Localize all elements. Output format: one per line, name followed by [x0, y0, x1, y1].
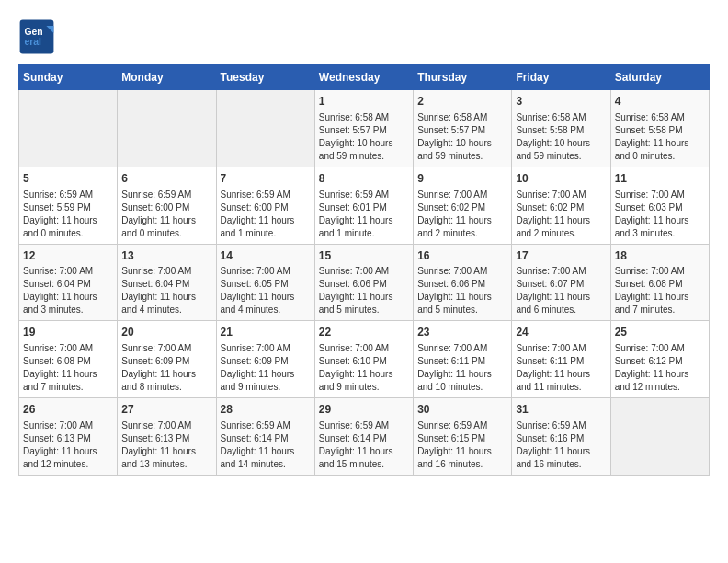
calendar-cell: 1Sunrise: 6:58 AMSunset: 5:57 PMDaylight… [314, 90, 413, 167]
calendar-cell: 13Sunrise: 7:00 AMSunset: 6:04 PMDayligh… [118, 244, 216, 321]
calendar-cell: 14Sunrise: 7:00 AMSunset: 6:05 PMDayligh… [216, 244, 314, 321]
calendar-cell: 24Sunrise: 7:00 AMSunset: 6:11 PMDayligh… [512, 321, 610, 398]
calendar-cell: 10Sunrise: 7:00 AMSunset: 6:02 PMDayligh… [512, 167, 610, 244]
day-number: 22 [319, 325, 409, 340]
calendar-cell: 18Sunrise: 7:00 AMSunset: 6:08 PMDayligh… [610, 244, 709, 321]
day-number: 3 [516, 94, 606, 109]
day-number: 6 [121, 171, 211, 187]
day-number: 18 [615, 248, 705, 264]
logo: Gen eral [18, 18, 59, 55]
day-info: Sunrise: 7:00 AMSunset: 6:11 PMDaylight:… [516, 342, 606, 394]
calendar-cell: 29Sunrise: 6:59 AMSunset: 6:14 PMDayligh… [314, 398, 413, 476]
week-row-5: 26Sunrise: 7:00 AMSunset: 6:13 PMDayligh… [19, 398, 710, 476]
week-row-4: 19Sunrise: 7:00 AMSunset: 6:08 PMDayligh… [19, 321, 710, 398]
day-number: 7 [221, 171, 311, 187]
weekday-header-thursday: Thursday [414, 65, 512, 90]
week-row-2: 5Sunrise: 6:59 AMSunset: 5:59 PMDaylight… [19, 167, 710, 244]
day-number: 30 [417, 402, 507, 418]
day-info: Sunrise: 6:59 AMSunset: 6:00 PMDaylight:… [121, 189, 211, 240]
day-info: Sunrise: 7:00 AMSunset: 6:06 PMDaylight:… [319, 265, 409, 316]
day-number: 9 [417, 171, 507, 187]
calendar-cell: 17Sunrise: 7:00 AMSunset: 6:07 PMDayligh… [512, 244, 610, 321]
day-info: Sunrise: 7:00 AMSunset: 6:11 PMDaylight:… [417, 342, 507, 394]
calendar-cell: 21Sunrise: 7:00 AMSunset: 6:09 PMDayligh… [216, 321, 314, 398]
calendar-cell: 12Sunrise: 7:00 AMSunset: 6:04 PMDayligh… [19, 244, 118, 321]
day-number: 2 [417, 94, 507, 109]
day-number: 15 [319, 248, 409, 264]
calendar-cell: 19Sunrise: 7:00 AMSunset: 6:08 PMDayligh… [19, 321, 118, 398]
day-number: 17 [516, 248, 606, 264]
calendar-cell: 15Sunrise: 7:00 AMSunset: 6:06 PMDayligh… [314, 244, 413, 321]
day-info: Sunrise: 6:59 AMSunset: 6:15 PMDaylight:… [417, 419, 507, 471]
calendar-cell: 27Sunrise: 7:00 AMSunset: 6:13 PMDayligh… [118, 398, 216, 476]
day-number: 23 [417, 325, 507, 340]
day-info: Sunrise: 6:58 AMSunset: 5:57 PMDaylight:… [319, 111, 409, 163]
calendar-cell [610, 398, 709, 476]
weekday-header-row: SundayMondayTuesdayWednesdayThursdayFrid… [19, 65, 710, 90]
calendar-cell: 6Sunrise: 6:59 AMSunset: 6:00 PMDaylight… [118, 167, 216, 244]
weekday-header-tuesday: Tuesday [216, 65, 314, 90]
day-info: Sunrise: 7:00 AMSunset: 6:13 PMDaylight:… [23, 419, 113, 471]
day-number: 5 [23, 171, 113, 187]
calendar-cell: 28Sunrise: 6:59 AMSunset: 6:14 PMDayligh… [216, 398, 314, 476]
calendar-cell: 23Sunrise: 7:00 AMSunset: 6:11 PMDayligh… [414, 321, 512, 398]
day-number: 25 [615, 325, 705, 340]
calendar-cell: 3Sunrise: 6:58 AMSunset: 5:58 PMDaylight… [512, 90, 610, 167]
day-info: Sunrise: 7:00 AMSunset: 6:06 PMDaylight:… [417, 265, 507, 316]
weekday-header-friday: Friday [512, 65, 610, 90]
day-number: 26 [23, 402, 113, 418]
day-info: Sunrise: 6:58 AMSunset: 5:58 PMDaylight:… [516, 111, 606, 163]
week-row-1: 1Sunrise: 6:58 AMSunset: 5:57 PMDaylight… [19, 90, 710, 167]
calendar-cell [19, 90, 118, 167]
day-info: Sunrise: 7:00 AMSunset: 6:02 PMDaylight:… [417, 189, 507, 240]
svg-text:eral: eral [24, 37, 41, 47]
day-info: Sunrise: 6:59 AMSunset: 6:14 PMDaylight:… [319, 419, 409, 471]
day-info: Sunrise: 7:00 AMSunset: 6:12 PMDaylight:… [615, 342, 705, 394]
day-info: Sunrise: 6:58 AMSunset: 5:57 PMDaylight:… [417, 111, 507, 163]
calendar-cell: 20Sunrise: 7:00 AMSunset: 6:09 PMDayligh… [118, 321, 216, 398]
day-number: 31 [516, 402, 606, 418]
day-number: 29 [319, 402, 409, 418]
day-info: Sunrise: 7:00 AMSunset: 6:08 PMDaylight:… [23, 342, 113, 394]
calendar-cell: 26Sunrise: 7:00 AMSunset: 6:13 PMDayligh… [19, 398, 118, 476]
week-row-3: 12Sunrise: 7:00 AMSunset: 6:04 PMDayligh… [19, 244, 710, 321]
day-info: Sunrise: 7:00 AMSunset: 6:02 PMDaylight:… [516, 189, 606, 240]
day-number: 11 [615, 171, 705, 187]
calendar-cell: 2Sunrise: 6:58 AMSunset: 5:57 PMDaylight… [414, 90, 512, 167]
day-number: 24 [516, 325, 606, 340]
day-info: Sunrise: 7:00 AMSunset: 6:07 PMDaylight:… [516, 265, 606, 316]
day-info: Sunrise: 6:59 AMSunset: 6:16 PMDaylight:… [516, 419, 606, 471]
day-number: 8 [319, 171, 409, 187]
day-number: 12 [23, 248, 113, 264]
calendar-table: SundayMondayTuesdayWednesdayThursdayFrid… [18, 64, 710, 476]
calendar-cell: 5Sunrise: 6:59 AMSunset: 5:59 PMDaylight… [19, 167, 118, 244]
day-number: 1 [319, 94, 409, 109]
day-info: Sunrise: 7:00 AMSunset: 6:04 PMDaylight:… [121, 265, 211, 316]
day-info: Sunrise: 6:59 AMSunset: 5:59 PMDaylight:… [23, 189, 113, 240]
day-number: 14 [221, 248, 311, 264]
calendar-cell [118, 90, 216, 167]
calendar-cell: 30Sunrise: 6:59 AMSunset: 6:15 PMDayligh… [414, 398, 512, 476]
calendar-cell: 8Sunrise: 6:59 AMSunset: 6:01 PMDaylight… [314, 167, 413, 244]
svg-text:Gen: Gen [24, 27, 42, 37]
calendar-cell: 11Sunrise: 7:00 AMSunset: 6:03 PMDayligh… [610, 167, 709, 244]
weekday-header-wednesday: Wednesday [314, 65, 413, 90]
logo-icon: Gen eral [18, 18, 55, 55]
calendar-cell [216, 90, 314, 167]
calendar-cell: 9Sunrise: 7:00 AMSunset: 6:02 PMDaylight… [414, 167, 512, 244]
day-number: 19 [23, 325, 113, 340]
day-number: 16 [417, 248, 507, 264]
day-number: 21 [221, 325, 311, 340]
day-info: Sunrise: 6:59 AMSunset: 6:01 PMDaylight:… [319, 189, 409, 240]
day-info: Sunrise: 7:00 AMSunset: 6:10 PMDaylight:… [319, 342, 409, 394]
day-info: Sunrise: 6:58 AMSunset: 5:58 PMDaylight:… [615, 111, 705, 163]
page-header: Gen eral [18, 18, 710, 55]
day-info: Sunrise: 7:00 AMSunset: 6:08 PMDaylight:… [615, 265, 705, 316]
weekday-header-monday: Monday [118, 65, 216, 90]
day-number: 20 [121, 325, 211, 340]
weekday-header-sunday: Sunday [19, 65, 118, 90]
calendar-cell: 22Sunrise: 7:00 AMSunset: 6:10 PMDayligh… [314, 321, 413, 398]
weekday-header-saturday: Saturday [610, 65, 709, 90]
day-number: 28 [221, 402, 311, 418]
day-info: Sunrise: 7:00 AMSunset: 6:04 PMDaylight:… [23, 265, 113, 316]
